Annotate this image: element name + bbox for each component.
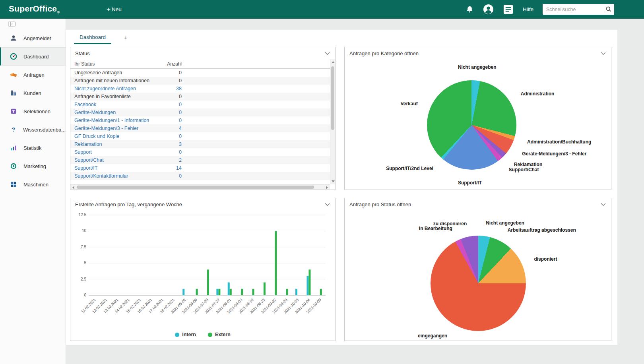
sidebar-item-statistik[interactable]: Statistik [0,139,66,157]
table-row[interactable]: GF Druck und Kopie0 [70,132,330,140]
bar-intern[interactable] [306,276,308,295]
sidebar-collapse-icon[interactable] [8,21,16,27]
table-row[interactable]: Support/Chat2 [70,156,330,164]
pie-slice-label: Arbeitsauftrag abgeschlossen [508,227,576,233]
scrollbar-thumb[interactable] [331,66,334,130]
bar-intern[interactable] [295,289,297,295]
bar-intern[interactable] [228,283,230,295]
bar-chart[interactable]: 02.557.51012.511.02.202112.02.202113.02.… [73,212,331,325]
scroll-left-arrow[interactable] [72,186,74,189]
horizontal-scrollbar[interactable] [70,184,330,190]
chevron-down-icon[interactable] [600,203,606,206]
bar-extern[interactable] [286,289,288,295]
status-count[interactable]: 0 [166,149,182,155]
bar-extern[interactable] [196,289,198,295]
sidebar-item-angemeldet[interactable]: Angemeldet [0,29,66,47]
bar-extern[interactable] [264,283,266,295]
bar-extern[interactable] [241,289,243,295]
sidebar-item-dashboard[interactable]: Dashboard [0,47,66,66]
status-link[interactable]: Geräte-Meldungen/3 - Fehler [74,126,166,131]
status-link[interactable]: Support/Kontaktformular [74,173,166,179]
bar-extern[interactable] [252,289,254,295]
pie-chart[interactable] [431,236,526,331]
tab-dashboard[interactable]: Dashboard [74,31,111,44]
chevron-down-icon[interactable] [324,203,330,206]
status-count[interactable]: 0 [166,173,182,179]
kategorie-pie-chart: Nicht angegebenAdministrationAdministrat… [427,80,516,170]
search-input[interactable] [543,4,614,15]
svg-text:?: ? [12,126,15,133]
status-count[interactable]: 0 [166,110,182,115]
table-row[interactable]: Geräte-Meldungen/1 - Information0 [70,116,330,124]
scroll-down-arrow[interactable] [332,180,335,182]
sidebar-item-label: Maschinen [23,182,48,188]
table-row[interactable]: Support0 [70,148,330,156]
column-header-anzahl[interactable]: Anzahl [166,61,182,67]
bar-intern[interactable] [216,289,218,295]
status-link[interactable]: Reklamation [74,141,166,147]
status-count[interactable]: 4 [166,126,182,131]
table-row[interactable]: Reklamation3 [70,140,330,148]
vertical-scrollbar[interactable] [330,59,335,184]
status-link[interactable]: Geräte-Meldungen [74,110,166,115]
chevron-down-icon[interactable] [324,52,330,55]
status-count[interactable]: 14 [166,165,182,171]
status-link[interactable]: Support/IT [74,165,166,171]
status-label: Anfragen mit neuen Informationen [74,78,166,83]
search-icon[interactable] [605,6,612,14]
status-count[interactable]: 0 [166,102,182,107]
status-link[interactable]: Support [74,149,166,155]
scrollbar-thumb[interactable] [77,186,314,189]
main-menu-icon[interactable] [503,4,514,15]
sidebar-item-marketing[interactable]: Marketing [0,157,66,175]
chevron-down-icon[interactable] [600,52,606,55]
status-link[interactable]: Nicht zugeordnete Anfragen [74,86,166,91]
knowledgebase-question-icon: ? [10,126,17,133]
scroll-up-arrow[interactable] [332,61,335,63]
y-axis-tick-label: 2.5 [81,277,86,281]
app-logo[interactable]: SuperOffice® [9,4,60,14]
bar-intern[interactable] [182,289,184,295]
column-header-status[interactable]: Ihr Status [74,61,166,67]
legend-item-extern[interactable]: Extern [208,332,231,337]
add-tab-button[interactable]: + [122,32,130,44]
bar-extern[interactable] [207,269,209,295]
bar-extern[interactable] [308,269,310,295]
help-link[interactable]: Hilfe [523,6,533,12]
status-link[interactable]: Facebook [74,102,166,107]
sidebar-item-selektionen[interactable]: Selektionen [0,102,66,120]
main-content: Dashboard + Status Ihr Status Anzahl Ung… [66,19,644,364]
status-count[interactable]: 2 [166,157,182,163]
status-link[interactable]: Support/Chat [74,157,166,163]
sidebar-item-wissensdatenbank[interactable]: ? Wissensdatenba... [0,120,66,139]
sidebar-item-anfragen[interactable]: Anfragen [0,66,66,84]
status-count[interactable]: 0 [166,118,182,123]
status-count[interactable]: 0 [166,134,182,139]
status-link[interactable]: Geräte-Meldungen/1 - Information [74,118,166,123]
pie-chart[interactable] [427,80,516,170]
table-row[interactable]: Geräte-Meldungen0 [70,108,330,116]
status-count[interactable]: 3 [166,141,182,147]
bar-extern[interactable] [275,231,277,295]
status-count[interactable]: 38 [166,86,182,91]
table-row[interactable]: Facebook0 [70,101,330,108]
bar-extern[interactable] [320,289,322,295]
notifications-bell-icon[interactable] [466,5,474,14]
new-button[interactable]: +Neu [107,6,122,14]
table-row[interactable]: Nicht zugeordnete Anfragen38 [70,85,330,93]
bar-extern[interactable] [230,289,232,295]
bar-extern[interactable] [218,289,220,295]
table-row[interactable]: Support/Kontaktformular0 [70,172,330,180]
topbar: SuperOffice® +Neu Hilfe [0,0,644,19]
sidebar-item-kunden[interactable]: Kunden [0,84,66,102]
table-row[interactable]: Geräte-Meldungen/3 - Fehler4 [70,124,330,132]
scroll-right-arrow[interactable] [326,186,328,189]
sidebar-item-maschinen[interactable]: Maschinen [0,175,66,194]
user-avatar-icon[interactable] [483,4,494,15]
status-count: 0 [166,94,182,99]
legend-item-intern[interactable]: Intern [175,332,196,337]
pie-slice-label: Support/Chat [509,167,539,172]
table-row[interactable]: Support/IT14 [70,164,330,172]
panel-title: Erstellte Anfragen pro Tag, vergangene W… [75,201,182,207]
status-link[interactable]: GF Druck und Kopie [74,134,166,139]
